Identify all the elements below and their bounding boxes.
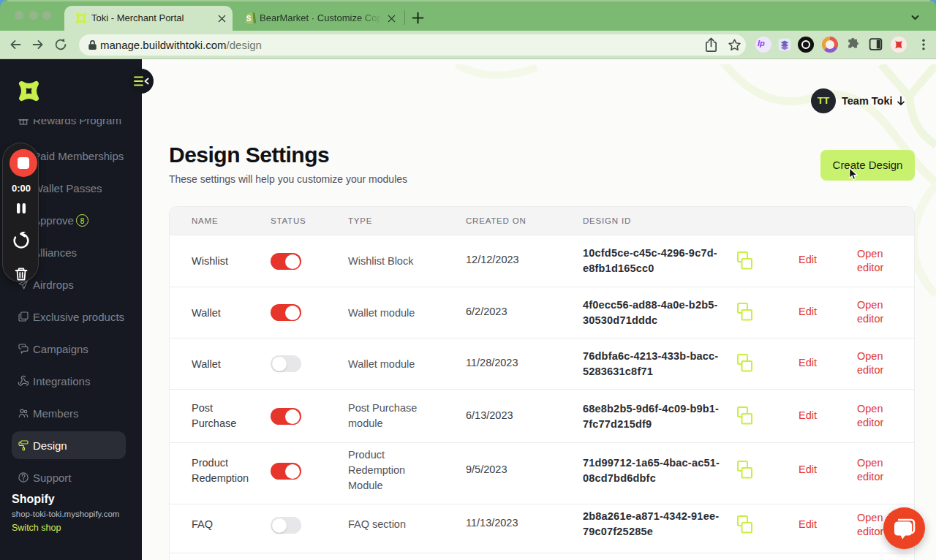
svg-text:S: S: [246, 15, 252, 23]
